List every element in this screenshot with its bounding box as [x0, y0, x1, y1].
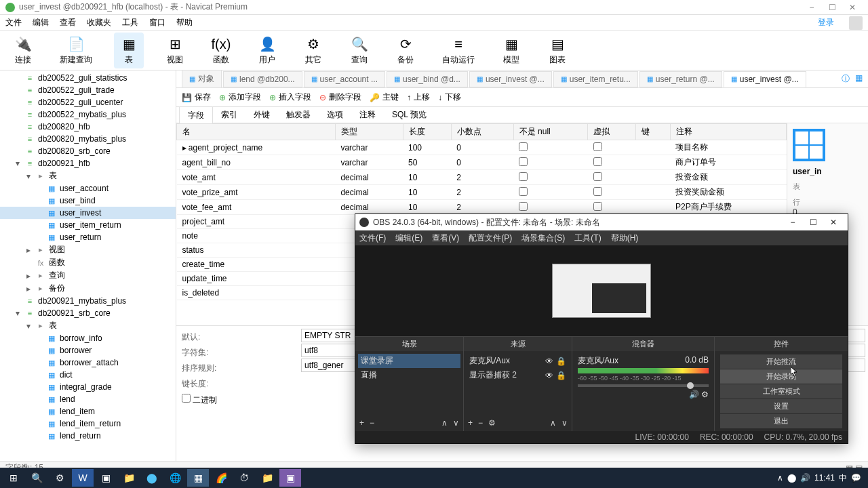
tree-item[interactable]: ≡db200522_guli_ucenter — [0, 96, 176, 108]
taskbar[interactable]: ⊞ 🔍 ⚙ W ▣ 📁 ⬤ 🌐 ▦ 🌈 ⏱ 📁 ▣ ∧ ⬤ 🔊 11:41 中 … — [0, 468, 868, 488]
subtab[interactable]: 索引 — [213, 106, 245, 123]
binary-checkbox[interactable] — [182, 394, 191, 403]
tree-item[interactable]: ▸▸查询 — [0, 269, 176, 282]
gear-icon[interactable]: ⚙ — [701, 390, 709, 399]
grid-icon[interactable]: ▦ — [855, 73, 863, 85]
tree-item[interactable]: ▦lend — [0, 393, 176, 405]
menu-tools[interactable]: 工具 — [122, 17, 138, 28]
up-icon[interactable]: ∧ — [550, 418, 556, 428]
scene-item[interactable]: 直播 — [358, 368, 460, 382]
tree-item[interactable]: ▦borrower_attach — [0, 357, 176, 369]
menu-help[interactable]: 帮助 — [176, 17, 193, 28]
tree-item[interactable]: ▦user_bind — [0, 195, 176, 207]
tree-item[interactable]: ≡db200522_mybatis_plus — [0, 108, 176, 121]
toolbar-其它[interactable]: ⚙其它 — [298, 33, 328, 68]
obs-minimize-button[interactable]: − — [783, 218, 803, 227]
obs-control-button[interactable]: 退出 — [720, 414, 842, 428]
remove-icon[interactable]: − — [478, 418, 483, 428]
table-row[interactable]: ▸ agent_project_namevarchar1000项目名称 — [177, 140, 787, 155]
obs-control-button[interactable]: 工作室模式 — [720, 384, 842, 399]
tree-item[interactable]: ▦user_return — [0, 231, 176, 243]
tree-item[interactable]: ▦borrow_info — [0, 332, 176, 344]
toolbar-新建查询[interactable]: 📄新建查询 — [54, 33, 98, 68]
down-icon[interactable]: ∨ — [561, 418, 568, 428]
start-button[interactable]: ⊞ — [3, 469, 24, 487]
toolbar-函数[interactable]: f(x)函数 — [206, 33, 236, 68]
tab[interactable]: ▦user_invest @... — [469, 71, 552, 87]
obs-menu-item[interactable]: 工具(T) — [574, 232, 601, 244]
menu-window[interactable]: 窗口 — [149, 17, 165, 28]
move-down-button[interactable]: ↓下移 — [438, 92, 461, 103]
tree-item[interactable]: fx函数 — [0, 256, 176, 269]
tray-icon[interactable]: ∧ — [777, 473, 783, 483]
obs-window[interactable]: OBS 24.0.3 (64-bit, windows) - 配置文件: 未命名… — [355, 214, 848, 444]
table-row[interactable]: vote_fee_amtdecimal102P2P商户手续费 — [177, 200, 787, 215]
tree-item[interactable]: ≡db200522_guli_trade — [0, 84, 176, 96]
scene-item[interactable]: 课堂录屏 — [358, 354, 460, 368]
toolbar-自动运行[interactable]: ≡自动运行 — [437, 33, 480, 68]
tree-item[interactable]: ▦dict — [0, 369, 176, 381]
tree-item[interactable]: ▾▸表 — [0, 319, 176, 332]
obs-menu-item[interactable]: 配置文件(P) — [469, 232, 512, 244]
login-link[interactable]: 登录 — [818, 17, 834, 28]
tab[interactable]: ▦user_account ... — [304, 71, 385, 87]
subtab[interactable]: 选项 — [319, 106, 351, 123]
tray-icon[interactable]: ⬤ — [787, 473, 796, 483]
tree-item[interactable]: ▾≡db200921_srb_core — [0, 307, 176, 319]
toolbar-备份[interactable]: ⟳备份 — [391, 33, 420, 68]
toolbar-模型[interactable]: ▦模型 — [496, 33, 526, 68]
source-item[interactable]: 显示器捕获 2👁🔒 — [467, 368, 569, 382]
obs-close-button[interactable]: ✕ — [823, 218, 844, 227]
column-header[interactable]: 不是 null — [513, 124, 587, 140]
tree-item[interactable]: ≡db200820_mybatis_plus — [0, 133, 176, 145]
tree-item[interactable]: ≡db200921_mybatis_plus — [0, 295, 176, 307]
app-icon[interactable]: 📁 — [118, 469, 140, 487]
tray-icon[interactable]: 🔊 — [800, 473, 810, 483]
toolbar-视图[interactable]: ⊞视图 — [160, 33, 190, 68]
db-tree[interactable]: ≡db200522_guli_statistics≡db200522_guli_… — [0, 70, 176, 461]
avatar-icon[interactable] — [849, 16, 863, 30]
volume-slider[interactable] — [578, 384, 709, 387]
table-row[interactable]: vote_prize_amtdecimal102投资奖励金额 — [177, 185, 787, 200]
toolbar-用户[interactable]: 👤用户 — [252, 33, 282, 68]
toolbar-表[interactable]: ▦表 — [114, 33, 144, 68]
add-field-button[interactable]: ⊕添加字段 — [219, 92, 261, 103]
tree-item[interactable]: ▦user_invest — [0, 207, 176, 219]
tab[interactable]: ▦对象 — [182, 70, 222, 88]
tree-item[interactable]: ▸▸备份 — [0, 282, 176, 295]
lock-icon[interactable]: 🔒 — [556, 357, 566, 366]
system-tray[interactable]: ∧ ⬤ 🔊 11:41 中 💬 — [777, 472, 865, 484]
column-header[interactable]: 名 — [177, 124, 336, 140]
obs-maximize-button[interactable]: ☐ — [803, 218, 823, 227]
menu-fav[interactable]: 收藏夹 — [87, 17, 111, 28]
app-icon[interactable]: 🌐 — [164, 469, 186, 487]
eye-icon[interactable]: 👁 — [545, 371, 553, 380]
column-header[interactable]: 类型 — [335, 124, 403, 140]
tree-item[interactable]: ▦user_item_return — [0, 219, 176, 231]
eye-icon[interactable]: 👁 — [545, 357, 553, 366]
app-icon[interactable]: ▣ — [95, 469, 117, 487]
tree-item[interactable]: ▦lend_return — [0, 430, 176, 442]
tree-item[interactable]: ▾≡db200921_hfb — [0, 157, 176, 169]
table-row[interactable]: agent_bill_novarchar500商户订单号 — [177, 155, 787, 170]
tree-item[interactable]: ≡db200820_hfb — [0, 121, 176, 133]
column-header[interactable]: 小数点 — [451, 124, 513, 140]
tree-item[interactable]: ▸▸视图 — [0, 243, 176, 256]
obs-control-button[interactable]: 开始推流 — [720, 354, 842, 369]
add-icon[interactable]: + — [359, 418, 364, 428]
tree-item[interactable]: ▦integral_grade — [0, 381, 176, 393]
tab[interactable]: ▦user_invest @... — [724, 71, 806, 87]
obs-menu-item[interactable]: 文件(F) — [359, 232, 386, 244]
down-icon[interactable]: ∨ — [453, 418, 459, 428]
column-header[interactable]: 注释 — [670, 124, 786, 140]
speaker-icon[interactable]: 🔊 — [689, 390, 699, 399]
tree-item[interactable]: ▦user_account — [0, 182, 176, 195]
close-button[interactable]: ✕ — [842, 3, 863, 12]
source-item[interactable]: 麦克风/Aux👁🔒 — [467, 354, 569, 368]
remove-icon[interactable]: − — [370, 418, 374, 428]
app-icon[interactable]: W — [72, 469, 94, 487]
menu-view[interactable]: 查看 — [60, 17, 76, 28]
tree-item[interactable]: ≡db200522_guli_statistics — [0, 72, 176, 84]
tree-item[interactable]: ▾▸表 — [0, 169, 176, 182]
obs-menu-item[interactable]: 编辑(E) — [395, 232, 422, 244]
